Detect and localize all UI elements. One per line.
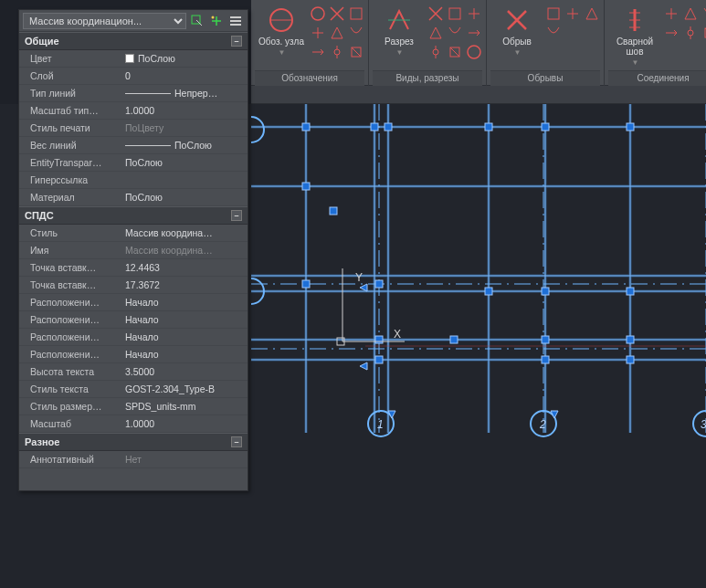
- property-label: Расположени…: [19, 349, 120, 360]
- section-header[interactable]: СПДС–: [19, 206, 248, 225]
- ribbon-small-button[interactable]: [466, 25, 482, 41]
- property-row[interactable]: Гиперссылка: [19, 172, 248, 189]
- ribbon-small-button[interactable]: [545, 5, 562, 22]
- property-value[interactable]: ПоСлою: [120, 157, 248, 168]
- ribbon-small-button[interactable]: [564, 5, 581, 22]
- property-value[interactable]: ПоЦвету: [120, 122, 248, 133]
- property-value[interactable]: ПоСлою: [120, 140, 248, 151]
- ribbon-small-button[interactable]: [682, 25, 699, 41]
- ribbon-small-button[interactable]: [466, 5, 482, 22]
- property-label: Аннотативный: [19, 454, 120, 465]
- property-value[interactable]: Непрер…: [120, 88, 248, 99]
- property-value[interactable]: 0: [120, 70, 248, 81]
- property-value[interactable]: Массив координа…: [120, 227, 248, 238]
- property-row[interactable]: Материал ПоСлою: [19, 189, 248, 206]
- property-value[interactable]: Начало: [120, 349, 248, 360]
- ribbon-small-button[interactable]: [329, 44, 345, 60]
- property-value[interactable]: 1.0000: [120, 418, 248, 429]
- property-value[interactable]: Начало: [120, 297, 248, 308]
- property-label: Гиперссылка: [19, 174, 120, 185]
- quick-select-icon[interactable]: [189, 13, 205, 29]
- property-row[interactable]: Стиль размер… SPDS_units-mm: [19, 398, 248, 415]
- ribbon-big-button[interactable]: Обрыв ▼: [490, 2, 543, 57]
- ribbon-small-button[interactable]: [348, 44, 364, 60]
- property-row[interactable]: Стиль текста GOST-2.304_Type-B: [19, 381, 248, 398]
- ribbon-big-button[interactable]: Разрез ▼: [373, 2, 426, 57]
- ribbon-small-button[interactable]: [663, 25, 680, 41]
- property-row[interactable]: Расположени… Начало: [19, 311, 248, 329]
- ribbon-small-button[interactable]: [310, 5, 326, 22]
- property-value[interactable]: 3.5000: [120, 366, 248, 377]
- collapse-icon[interactable]: –: [231, 36, 242, 47]
- ribbon-small-button[interactable]: [447, 5, 463, 22]
- property-value[interactable]: ПоСлою: [120, 53, 248, 64]
- ribbon-small-button[interactable]: [701, 5, 706, 22]
- ribbon-small-button[interactable]: [329, 5, 345, 22]
- property-row[interactable]: Тип линий Непрер…: [19, 85, 248, 102]
- collapse-icon[interactable]: –: [231, 436, 242, 447]
- property-value[interactable]: Начало: [120, 331, 248, 342]
- section-header[interactable]: Общие–: [19, 32, 248, 50]
- property-value[interactable]: ПоСлою: [120, 192, 248, 203]
- ribbon-small-button[interactable]: [447, 44, 463, 60]
- property-row[interactable]: Точка вставк… 12.4463: [19, 259, 248, 277]
- svg-rect-80: [230, 16, 241, 18]
- property-row[interactable]: Масштаб 1.0000: [19, 415, 248, 433]
- ribbon-small-button[interactable]: [348, 5, 364, 22]
- ribbon-small-button[interactable]: [310, 25, 326, 41]
- property-value[interactable]: Массив координа…: [120, 245, 248, 256]
- ribbon-small-button[interactable]: [329, 25, 345, 41]
- chevron-down-icon: ▼: [279, 48, 286, 57]
- document-tabstrip[interactable]: [251, 86, 706, 104]
- ribbon-small-button[interactable]: [663, 5, 680, 22]
- ribbon-small-button[interactable]: [466, 44, 482, 60]
- property-row[interactable]: Аннотативный Нет: [19, 451, 248, 468]
- ribbon-small-button[interactable]: [682, 5, 699, 22]
- property-row[interactable]: Высота текста 3.5000: [19, 363, 248, 381]
- ribbon-big-button[interactable]: Сварной шов ▼: [608, 2, 661, 67]
- ribbon-small-button[interactable]: [584, 5, 600, 22]
- property-row[interactable]: Стиль печати ПоЦвету: [19, 120, 248, 137]
- ribbon-small-button[interactable]: [701, 25, 706, 41]
- collapse-icon[interactable]: –: [231, 210, 242, 221]
- list-icon[interactable]: [227, 13, 244, 29]
- property-value[interactable]: 12.4463: [120, 262, 248, 273]
- property-value[interactable]: 17.3672: [120, 279, 248, 290]
- section-header[interactable]: Разное–: [19, 433, 248, 451]
- property-row[interactable]: Вес линий ПоСлою: [19, 137, 248, 154]
- property-row[interactable]: Имя Массив координа…: [19, 242, 248, 259]
- property-row[interactable]: Расположени… Начало: [19, 294, 248, 311]
- grid-bubble-2: 2: [539, 418, 546, 431]
- ribbon-small-button[interactable]: [427, 5, 444, 22]
- svg-rect-54: [375, 280, 383, 288]
- ribbon-small-button[interactable]: [348, 25, 364, 41]
- property-value[interactable]: SPDS_units-mm: [120, 401, 248, 412]
- property-value[interactable]: Нет: [120, 454, 248, 465]
- property-row[interactable]: Стиль Массив координа…: [19, 225, 248, 242]
- ribbon-small-button[interactable]: [427, 44, 444, 60]
- pick-add-icon[interactable]: [208, 13, 225, 29]
- svg-rect-81: [230, 20, 241, 22]
- property-label: Расположени…: [19, 297, 120, 308]
- property-value[interactable]: Начало: [120, 314, 248, 325]
- property-row[interactable]: Расположени… Начало: [19, 346, 248, 363]
- ribbon-small-button[interactable]: [427, 25, 444, 41]
- property-value[interactable]: 1.0000: [120, 105, 248, 116]
- svg-rect-82: [230, 24, 241, 26]
- property-row[interactable]: Цвет ПоСлою: [19, 50, 248, 68]
- property-row[interactable]: EntityTranspar… ПоСлою: [19, 154, 248, 172]
- ribbon-big-button[interactable]: Обоз. узла ▼: [255, 2, 308, 57]
- ribbon-small-button[interactable]: [310, 44, 326, 60]
- property-row[interactable]: Слой 0: [19, 68, 248, 85]
- property-label: Слой: [19, 70, 120, 81]
- property-row[interactable]: Расположени… Начало: [19, 329, 248, 346]
- property-value[interactable]: GOST-2.304_Type-B: [120, 383, 248, 394]
- property-row[interactable]: Точка вставк… 17.3672: [19, 277, 248, 294]
- ribbon-small-button[interactable]: [545, 25, 562, 41]
- ribbon-small-button[interactable]: [447, 25, 463, 41]
- svg-rect-63: [375, 356, 383, 363]
- property-label: Стиль размер…: [19, 401, 120, 412]
- object-type-selector[interactable]: Массив координацион...: [23, 13, 186, 29]
- property-row[interactable]: Масштаб тип… 1.0000: [19, 102, 248, 120]
- ribbon-big-icon: [267, 5, 296, 35]
